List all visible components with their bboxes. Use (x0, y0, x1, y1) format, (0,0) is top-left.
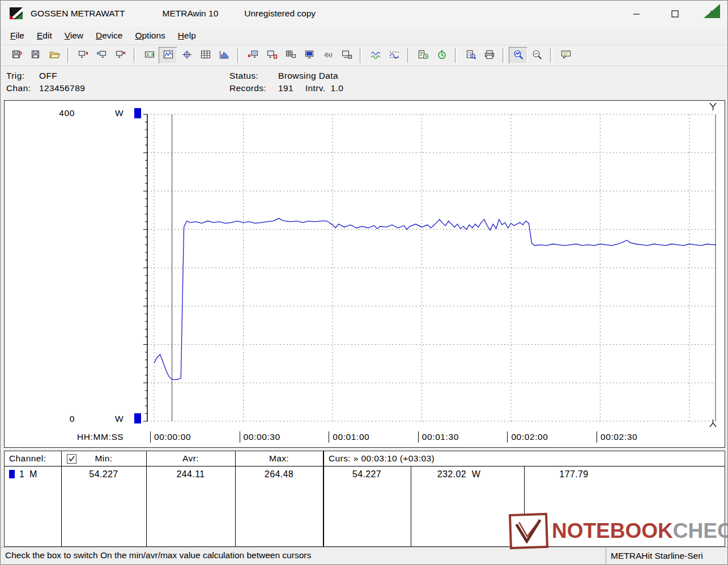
trend-plot[interactable] (141, 113, 716, 422)
toolbar: 8.8-f(x) (1, 45, 727, 66)
cursor-header: Curs: » 00:03:10 (+03:03) (329, 453, 435, 464)
annotation-icon (560, 49, 572, 62)
watermark-text-primary: NOTEBOOK (552, 519, 673, 542)
toolbar-separator (237, 48, 240, 63)
trig-label: Trig: (6, 70, 39, 82)
log-settings-button[interactable] (414, 47, 432, 64)
menu-file[interactable]: File (4, 28, 31, 43)
toolbar-separator (503, 48, 505, 63)
histogram-view-button[interactable] (215, 47, 233, 64)
records-label: Records: (229, 82, 278, 95)
cursor2-number: 232.02 (437, 469, 466, 479)
title-app-name: METRAwin 10 (162, 8, 218, 19)
device-read-button[interactable] (74, 47, 92, 64)
formula-button[interactable]: -f(x) (318, 47, 337, 64)
corner-grip-icon (704, 4, 720, 18)
y-axis-unit-top: W (115, 108, 124, 118)
trend-view-button[interactable] (159, 47, 177, 64)
max-header: Max: (235, 453, 323, 464)
import-file-icon (11, 49, 23, 62)
import-file-button[interactable] (7, 47, 26, 64)
x-axis-format-label: HH:MM:SS (77, 432, 124, 442)
zoom-out-button[interactable] (527, 47, 546, 64)
timer-icon (436, 49, 448, 62)
cursor-handle-top-icon[interactable] (709, 102, 717, 113)
channel-number: 1 (19, 469, 24, 480)
split-curves-button[interactable] (366, 47, 385, 64)
memory-table-button[interactable] (281, 47, 300, 64)
menu-help[interactable]: Help (172, 28, 202, 43)
y-axis-min-label: 0 (52, 414, 75, 424)
svg-text:8.8: 8.8 (146, 53, 154, 57)
menu-options[interactable]: Options (129, 28, 171, 43)
avr-value: 244.11 (146, 469, 235, 480)
status-value: Browsing Data (278, 71, 338, 80)
table-view-button[interactable] (196, 47, 215, 64)
menu-bar: FileEditViewDeviceOptionsHelp (1, 27, 727, 45)
status-label: Status: (229, 70, 278, 82)
channel-color-marker (9, 470, 15, 478)
x-tick-label: 00:01:00 (329, 431, 369, 443)
min-header: Min: (61, 453, 146, 464)
x-tick-label: 00:02:30 (597, 431, 637, 443)
device-config-icon (266, 49, 278, 62)
title-license-note: Unregistered copy (244, 8, 316, 19)
cursor2-unit: W (472, 469, 481, 479)
device-send-button[interactable] (92, 47, 111, 64)
cursor-handle-bottom-icon[interactable] (709, 419, 717, 430)
toolbar-separator (550, 48, 552, 63)
device-clear-icon (115, 49, 126, 62)
statusbar-hint: Check the box to switch On the min/avr/m… (5, 550, 311, 560)
print-preview-button[interactable] (461, 47, 480, 64)
trend-view-icon (163, 49, 174, 62)
device-config-button[interactable] (262, 47, 281, 64)
notebookcheck-watermark: NOTEBOOKCHECK (509, 513, 728, 549)
statusbar-device: METRAHit Starline-Seri (606, 547, 727, 564)
minimize-button[interactable] (622, 1, 650, 27)
trigger-channel-block: Trig:OFF Chan:123456789 (6, 70, 85, 95)
menu-device[interactable]: Device (90, 28, 129, 43)
annotation-button[interactable] (556, 47, 575, 64)
zoom-in-icon (513, 49, 524, 62)
envelope-curve-button[interactable] (385, 47, 403, 64)
device-clear-button[interactable] (111, 47, 130, 64)
split-curves-icon (370, 49, 381, 62)
xy-view-button[interactable] (177, 47, 196, 64)
timer-button[interactable] (432, 47, 451, 64)
header-divider (5, 466, 725, 466)
device-read-icon (78, 49, 89, 62)
x-tick-label: 00:00:00 (150, 431, 191, 443)
toolbar-separator (134, 48, 136, 63)
app-logo-icon (10, 6, 24, 21)
pc-transfer-button[interactable] (244, 47, 262, 64)
chan-value: 123456789 (39, 83, 85, 93)
pc-transfer-icon (248, 49, 259, 62)
menu-edit[interactable]: Edit (31, 28, 58, 43)
toolbar-separator (407, 48, 410, 63)
numeric-display-icon: 8.8 (144, 49, 155, 62)
print-preview-icon (465, 49, 476, 62)
zoom-in-button[interactable] (509, 47, 527, 64)
y-axis-max-label: 400 (52, 108, 75, 118)
menu-view[interactable]: View (58, 28, 90, 43)
records-value: 191 (278, 83, 293, 93)
save-file-button[interactable] (26, 47, 45, 64)
save-file-icon (30, 49, 41, 62)
numeric-display-button[interactable]: 8.8 (140, 47, 159, 64)
minimize-icon (633, 10, 640, 18)
open-file-button[interactable] (45, 47, 63, 64)
device-send-icon (96, 49, 108, 62)
zoom-out-icon (531, 49, 543, 62)
maximize-button[interactable] (661, 1, 689, 27)
online-display-button[interactable] (300, 47, 318, 64)
title-bar: GOSSEN METRAWATT METRAwin 10 Unregistere… (1, 1, 727, 27)
status-bar: Check the box to switch On the min/avr/m… (1, 547, 727, 564)
histogram-view-icon (219, 49, 230, 62)
print-icon (484, 49, 495, 62)
toolbar-separator (67, 48, 70, 63)
print-button[interactable] (480, 47, 499, 64)
open-file-icon (49, 49, 60, 62)
online-display-icon (304, 49, 315, 62)
xy-view-icon (181, 49, 193, 62)
memory-store-button[interactable] (337, 47, 356, 64)
